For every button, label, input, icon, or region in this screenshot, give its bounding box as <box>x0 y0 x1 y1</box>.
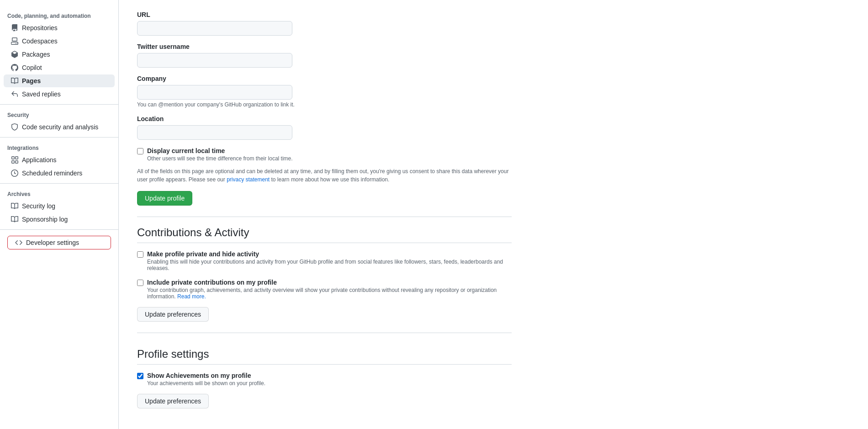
local-time-desc: Other users will see the time difference… <box>147 155 293 162</box>
twitter-input[interactable] <box>137 53 292 68</box>
clock-icon <box>11 169 18 177</box>
update-preferences-button-2[interactable]: Update preferences <box>137 394 209 408</box>
make-private-text: Make profile private and hide activity E… <box>147 250 512 271</box>
sidebar-item-security-log[interactable]: Security log <box>4 200 115 212</box>
apps-icon <box>11 156 18 164</box>
sidebar-item-label: Copilot <box>22 64 42 71</box>
sidebar-item-label: Packages <box>22 51 50 58</box>
sidebar-item-label: Security log <box>22 202 55 210</box>
company-field-group: Company You can @mention your company's … <box>137 75 512 108</box>
sidebar-item-repositories[interactable]: Repositories <box>4 21 115 34</box>
url-label: URL <box>137 11 512 18</box>
sidebar-item-pages[interactable]: Pages <box>4 74 115 87</box>
sidebar-item-scheduled-reminders[interactable]: Scheduled reminders <box>4 167 115 180</box>
developer-settings-container: Developer settings <box>0 233 118 252</box>
location-label: Location <box>137 115 512 122</box>
sidebar-item-packages[interactable]: Packages <box>4 48 115 61</box>
divider-1 <box>0 104 118 105</box>
show-achievements-desc: Your achievements will be shown on your … <box>147 380 265 387</box>
sidebar-item-copilot[interactable]: Copilot <box>4 61 115 74</box>
package-icon <box>11 51 18 58</box>
url-field-group: URL <box>137 11 512 36</box>
sidebar-item-codespaces[interactable]: Codespaces <box>4 35 115 48</box>
log-icon <box>11 202 18 210</box>
main-content: URL Twitter username Company You can @me… <box>119 0 530 429</box>
show-achievements-text: Show Achievements on my profile Your ach… <box>147 372 265 387</box>
include-private-desc: Your contribution graph, achievements, a… <box>147 287 512 300</box>
include-private-text: Include private contributions on my prof… <box>147 279 512 300</box>
sidebar-item-sponsorship-log[interactable]: Sponsorship log <box>4 213 115 226</box>
include-private-group: Include private contributions on my prof… <box>137 279 512 300</box>
location-input[interactable] <box>137 125 292 140</box>
sidebar-item-developer-settings[interactable]: Developer settings <box>7 236 111 249</box>
sidebar-section-code: Code, planning, and automation Repositor… <box>0 9 118 101</box>
section-divider-1 <box>137 217 512 217</box>
read-more-link[interactable]: Read more. <box>177 293 206 300</box>
reply-icon <box>11 90 18 98</box>
local-time-group: Display current local time Other users w… <box>137 147 512 162</box>
local-time-text: Display current local time Other users w… <box>147 147 293 162</box>
make-private-label[interactable]: Make profile private and hide activity <box>147 250 259 258</box>
sidebar-section-archives: Archives Security log Sponsorship log <box>0 187 118 226</box>
sidebar-item-code-security[interactable]: Code security and analysis <box>4 121 115 133</box>
update-profile-button[interactable]: Update profile <box>137 191 192 206</box>
display-local-time-checkbox[interactable] <box>137 148 143 154</box>
privacy-statement-link[interactable]: privacy statement <box>227 176 270 183</box>
copilot-icon <box>11 64 18 71</box>
profile-settings-heading: Profile settings <box>137 348 512 360</box>
sidebar-item-label: Code security and analysis <box>22 123 98 131</box>
codespaces-icon <box>11 37 18 45</box>
sidebar-item-label: Saved replies <box>22 90 61 98</box>
section-label-integrations: Integrations <box>0 141 118 153</box>
optional-fields-text: All of the fields on this page are optio… <box>137 167 512 184</box>
developer-settings-label: Developer settings <box>26 239 79 246</box>
sidebar-item-label: Sponsorship log <box>22 216 68 223</box>
location-field-group: Location <box>137 115 512 140</box>
show-achievements-group: Show Achievements on my profile Your ach… <box>137 372 512 387</box>
twitter-label: Twitter username <box>137 43 512 50</box>
profile-settings-section: Profile settings Show Achievements on my… <box>137 348 512 408</box>
shield-icon <box>11 123 18 131</box>
section-divider-2 <box>137 333 512 333</box>
make-private-group: Make profile private and hide activity E… <box>137 250 512 271</box>
sidebar-item-saved-replies[interactable]: Saved replies <box>4 88 115 101</box>
sidebar-item-label: Repositories <box>22 24 58 32</box>
sidebar-item-applications[interactable]: Applications <box>4 154 115 166</box>
company-note: You can @mention your company's GitHub o… <box>137 101 512 108</box>
profile-settings-divider <box>137 364 512 365</box>
twitter-field-group: Twitter username <box>137 43 512 68</box>
section-label-archives: Archives <box>0 187 118 199</box>
make-private-desc: Enabling this will hide your contributio… <box>147 259 512 271</box>
include-private-label[interactable]: Include private contributions on my prof… <box>147 279 277 286</box>
repo-icon <box>11 24 18 32</box>
sidebar: Code, planning, and automation Repositor… <box>0 0 119 429</box>
company-label: Company <box>137 75 512 82</box>
divider-2 <box>0 137 118 138</box>
show-achievements-label[interactable]: Show Achievements on my profile <box>147 372 251 379</box>
company-input[interactable] <box>137 85 292 100</box>
divider-4 <box>0 229 118 230</box>
code-icon <box>15 239 22 246</box>
contributions-divider <box>137 243 512 243</box>
sidebar-item-label: Pages <box>22 77 41 85</box>
section-label-code: Code, planning, and automation <box>0 9 118 21</box>
sidebar-section-security: Security Code security and analysis <box>0 108 118 133</box>
sidebar-item-label: Applications <box>22 156 57 164</box>
local-time-label[interactable]: Display current local time <box>147 147 225 154</box>
include-private-checkbox[interactable] <box>137 280 143 286</box>
update-preferences-button[interactable]: Update preferences <box>137 307 209 322</box>
sidebar-item-label: Codespaces <box>22 37 58 45</box>
make-private-checkbox[interactable] <box>137 251 143 258</box>
sidebar-section-integrations: Integrations Applications Scheduled remi… <box>0 141 118 180</box>
section-label-security: Security <box>0 108 118 120</box>
divider-3 <box>0 183 118 184</box>
pages-icon <box>11 77 18 85</box>
show-achievements-checkbox[interactable] <box>137 373 143 379</box>
sidebar-item-label: Scheduled reminders <box>22 169 82 177</box>
sponsorship-log-icon <box>11 216 18 223</box>
contributions-heading: Contributions & Activity <box>137 226 512 239</box>
url-input[interactable] <box>137 21 292 36</box>
